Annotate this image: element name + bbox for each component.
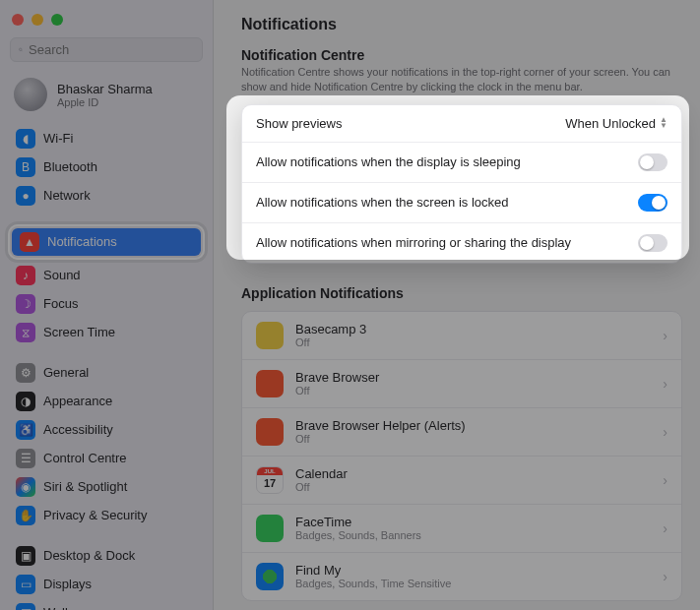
chevron-right-icon: › — [663, 328, 668, 343]
sidebar-item-label: Displays — [43, 576, 197, 593]
sidebar-item-label: Network — [43, 187, 197, 205]
displays-icon: ▭ — [16, 575, 35, 594]
avatar — [14, 78, 47, 111]
gear-icon: ⚙ — [16, 363, 35, 383]
page-title: Notifications — [241, 16, 682, 33]
sidebar-item-label: Accessibility — [43, 421, 197, 439]
section-centre-label: Notification Centre — [241, 47, 682, 63]
network-icon: ● — [16, 186, 35, 206]
find-my-icon — [256, 563, 284, 590]
desktop-icon: ▣ — [16, 546, 35, 566]
sidebar-item-wi-fi[interactable]: ◖ Wi-Fi — [8, 125, 205, 152]
app-row-calendar[interactable]: JUL17 Calendar Off › — [242, 457, 681, 505]
app-row-brave-browser[interactable]: Brave Browser Off › — [242, 360, 681, 408]
sidebar-item-label: Control Centre — [43, 450, 197, 467]
sidebar-item-control-centre[interactable]: ☰ Control Centre — [8, 445, 205, 472]
row-allow-sleeping: Allow notifications when the display is … — [242, 143, 681, 183]
search-input[interactable] — [10, 37, 203, 62]
sidebar-item-desktop-dock[interactable]: ▣ Desktop & Dock — [8, 542, 205, 570]
accessibility-icon: ♿ — [16, 420, 35, 440]
notification-options-card: Show previews When Unlocked ▲▼ Allow not… — [241, 104, 682, 264]
sidebar-item-apple-id[interactable]: Bhaskar Sharma Apple ID — [0, 72, 213, 121]
app-name: Basecamp 3 — [295, 322, 663, 336]
sidebar-item-displays[interactable]: ▭ Displays — [8, 571, 205, 598]
row-allow-locked: Allow notifications when the screen is l… — [242, 183, 681, 223]
close-button[interactable] — [12, 14, 24, 26]
sidebar-item-screen-time[interactable]: ⧖ Screen Time — [8, 319, 205, 346]
user-sub: Apple ID — [57, 96, 153, 108]
sidebar-item-label: Privacy & Security — [43, 507, 197, 524]
app-row-find-my[interactable]: Find My Badges, Sounds, Time Sensitive › — [242, 553, 681, 600]
app-row-basecamp-3[interactable]: Basecamp 3 Off › — [242, 312, 681, 360]
section-centre-desc: Notification Centre shows your notificat… — [241, 65, 682, 94]
bluetooth-icon: B — [16, 157, 35, 177]
sidebar-item-appearance[interactable]: ◑ Appearance — [8, 388, 205, 415]
brave-browser-helper-alerts--icon — [256, 418, 284, 446]
sidebar-item-siri-spotlight[interactable]: ◉ Siri & Spotlight — [8, 473, 205, 501]
app-row-facetime[interactable]: FaceTime Badges, Sounds, Banners › — [242, 505, 681, 553]
sidebar-item-wallpaper[interactable]: ▦ Wallpaper — [8, 599, 205, 610]
calendar-icon: JUL17 — [256, 466, 284, 494]
application-list: Basecamp 3 Off › Brave Browser Off › Bra… — [241, 311, 682, 601]
search-field[interactable] — [29, 42, 194, 57]
sidebar-item-label: Wi-Fi — [43, 130, 197, 148]
sidebar-item-privacy-security[interactable]: ✋ Privacy & Security — [8, 502, 205, 529]
search-icon — [19, 43, 23, 56]
sidebar-item-accessibility[interactable]: ♿ Accessibility — [8, 416, 205, 444]
app-name: FaceTime — [295, 515, 663, 529]
sidebar-item-label: Bluetooth — [43, 158, 197, 176]
svg-line-1 — [22, 50, 23, 51]
app-row-brave-browser-helper-alerts-[interactable]: Brave Browser Helper (Alerts) Off › — [242, 408, 681, 457]
app-sub: Badges, Sounds, Banners — [295, 529, 663, 542]
sidebar-item-general[interactable]: ⚙ General — [8, 359, 205, 387]
chevron-right-icon: › — [663, 424, 668, 440]
chevron-right-icon: › — [663, 472, 668, 488]
dropdown-show-previews[interactable]: When Unlocked ▲▼ — [565, 116, 668, 131]
chevron-right-icon: › — [663, 376, 668, 392]
sidebar-item-label: Sound — [43, 267, 197, 284]
app-sub: Off — [295, 481, 663, 494]
chevron-right-icon: › — [663, 569, 668, 584]
focus-icon: ☽ — [16, 294, 35, 314]
dropdown-value: When Unlocked — [565, 116, 656, 131]
app-name: Brave Browser Helper (Alerts) — [295, 418, 663, 433]
sidebar-item-label: Notifications — [47, 233, 193, 251]
sidebar-item-label: Desktop & Dock — [43, 547, 197, 565]
chevron-right-icon: › — [663, 520, 668, 536]
row-show-previews[interactable]: Show previews When Unlocked ▲▼ — [242, 105, 681, 143]
app-sub: Off — [295, 336, 663, 349]
appearance-icon: ◑ — [16, 392, 35, 411]
sidebar-item-label: Focus — [43, 295, 197, 313]
app-name: Brave Browser — [295, 370, 663, 385]
sidebar-item-label: Appearance — [43, 393, 197, 410]
svg-point-0 — [20, 48, 23, 51]
toggle-allow-locked[interactable] — [638, 194, 668, 212]
stepper-icon: ▲▼ — [660, 117, 668, 129]
sidebar-item-sound[interactable]: ♪ Sound — [8, 262, 205, 289]
control-centre-icon: ☰ — [16, 449, 35, 468]
screentime-icon: ⧖ — [16, 323, 35, 342]
wifi-icon: ◖ — [16, 129, 35, 149]
toggle-allow-sleeping[interactable] — [638, 153, 668, 171]
sidebar-item-notifications[interactable]: ▲ Notifications — [12, 228, 201, 256]
window-controls — [0, 8, 213, 35]
sidebar-list: ◖ Wi-Fi B Bluetooth ● Network ▲ Notifica… — [0, 121, 213, 610]
sidebar-item-label: Screen Time — [43, 324, 197, 341]
maximize-button[interactable] — [51, 14, 63, 26]
row-label: Allow notifications when the screen is l… — [256, 195, 509, 210]
sidebar-item-network[interactable]: ● Network — [8, 182, 205, 210]
sidebar-item-bluetooth[interactable]: B Bluetooth — [8, 153, 205, 181]
app-sub: Badges, Sounds, Time Sensitive — [295, 578, 663, 590]
toggle-allow-mirroring[interactable] — [638, 234, 668, 252]
sidebar-item-label: Siri & Spotlight — [43, 478, 197, 496]
row-label: Allow notifications when mirroring or sh… — [256, 235, 571, 250]
sidebar-item-focus[interactable]: ☽ Focus — [8, 290, 205, 318]
row-allow-mirroring: Allow notifications when mirroring or sh… — [242, 223, 681, 263]
siri-icon: ◉ — [16, 477, 35, 497]
window-root: Bhaskar Sharma Apple ID ◖ Wi-Fi B Blueto… — [0, 0, 700, 610]
facetime-icon — [256, 515, 284, 542]
basecamp-3-icon — [256, 322, 284, 349]
sidebar-item-label: Wallpaper — [43, 604, 197, 610]
row-label: Show previews — [256, 116, 342, 131]
minimize-button[interactable] — [32, 14, 43, 26]
